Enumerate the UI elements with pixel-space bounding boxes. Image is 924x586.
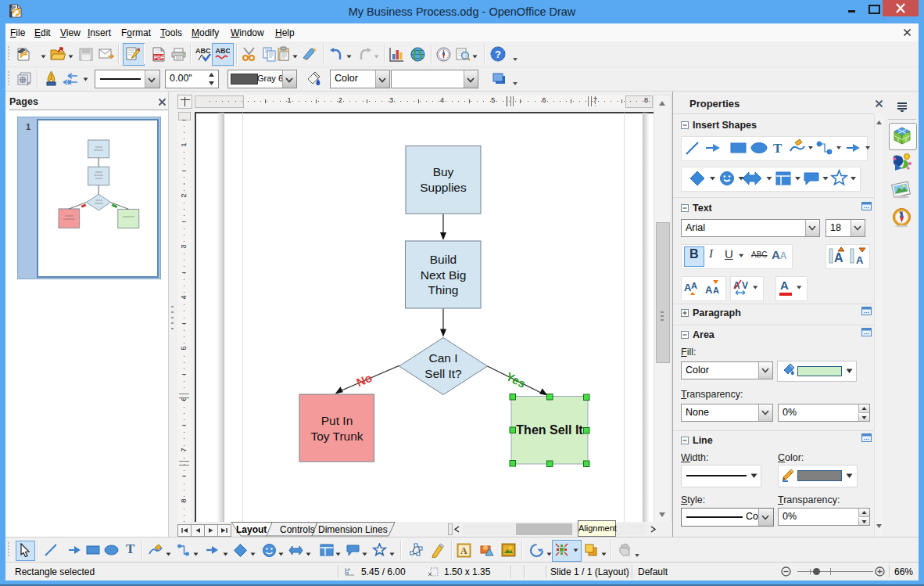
svg-text:ABC: ABC — [216, 47, 231, 55]
svg-text:ABC: ABC — [195, 47, 211, 55]
svg-text:V: V — [742, 280, 748, 291]
svg-text:A: A — [856, 254, 864, 265]
svg-text:A: A — [460, 545, 467, 556]
svg-text:?: ? — [495, 49, 501, 60]
svg-text:PDF: PDF — [154, 55, 164, 60]
svg-text:A: A — [691, 281, 697, 290]
svg-text:N: N — [900, 210, 903, 215]
svg-text:A: A — [705, 284, 713, 296]
svg-text:A: A — [713, 286, 719, 295]
svg-text:T: T — [773, 141, 783, 156]
svg-text:A: A — [834, 251, 843, 264]
